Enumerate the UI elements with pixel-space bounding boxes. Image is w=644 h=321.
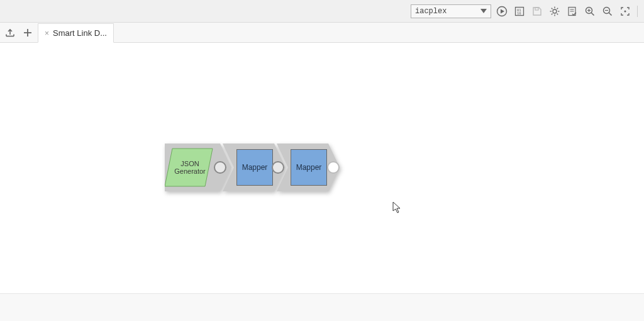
- settings-gear-icon[interactable]: [548, 4, 562, 18]
- run-icon[interactable]: [495, 4, 509, 18]
- pipeline-segment-mapper-1[interactable]: Mapper: [223, 144, 286, 191]
- pipeline-segment-json-generator[interactable]: JSON Generator: [165, 144, 231, 191]
- tab-tools: [0, 23, 38, 42]
- tab-active[interactable]: × Smart Link D...: [38, 23, 114, 43]
- connector-port-open[interactable]: [327, 161, 340, 174]
- bottom-bar: [0, 293, 644, 321]
- node-mapper-label: Mapper: [242, 163, 268, 172]
- toolbar-separator: [637, 6, 638, 17]
- svg-line-14: [557, 8, 558, 9]
- svg-text:10: 10: [517, 11, 521, 15]
- close-tab-icon[interactable]: ×: [45, 29, 49, 38]
- svg-line-23: [609, 13, 611, 15]
- pipeline-canvas[interactable]: JSON Generator Mapper Mapper: [0, 43, 644, 283]
- zoom-in-icon[interactable]: [583, 4, 597, 18]
- node-json-label-line2: Generator: [174, 167, 206, 175]
- tab-strip: × Smart Link D...: [0, 23, 644, 43]
- node-json-generator[interactable]: JSON Generator: [170, 149, 210, 186]
- save-icon[interactable]: [530, 4, 544, 18]
- node-mapper-label: Mapper: [296, 163, 322, 172]
- svg-line-12: [557, 13, 558, 14]
- fit-screen-icon[interactable]: [618, 4, 632, 18]
- svg-marker-1: [501, 9, 504, 13]
- environment-select[interactable]: iacplex: [411, 4, 491, 18]
- pipeline: JSON Generator Mapper Mapper: [165, 144, 340, 191]
- environment-select-value: iacplex: [415, 7, 447, 16]
- upload-icon[interactable]: [3, 25, 18, 40]
- zoom-out-icon[interactable]: [601, 4, 614, 18]
- svg-line-19: [591, 13, 594, 15]
- notes-check-icon[interactable]: [565, 4, 579, 18]
- svg-line-11: [552, 8, 553, 9]
- node-mapper[interactable]: Mapper: [291, 149, 327, 186]
- node-json-label-line1: JSON: [174, 160, 206, 167]
- top-toolbar: iacplex 0110: [0, 0, 644, 23]
- chevron-down-icon: [480, 9, 487, 13]
- pipeline-segment-mapper-2[interactable]: Mapper: [277, 144, 340, 191]
- cursor-pointer-icon: [392, 201, 402, 214]
- svg-point-6: [553, 9, 557, 13]
- svg-point-25: [625, 10, 626, 12]
- node-mapper[interactable]: Mapper: [236, 149, 273, 186]
- tab-label: Smart Link D...: [53, 28, 107, 38]
- svg-line-13: [552, 13, 553, 14]
- add-tab-icon[interactable]: [20, 25, 35, 40]
- binary-data-icon[interactable]: 0110: [513, 4, 526, 18]
